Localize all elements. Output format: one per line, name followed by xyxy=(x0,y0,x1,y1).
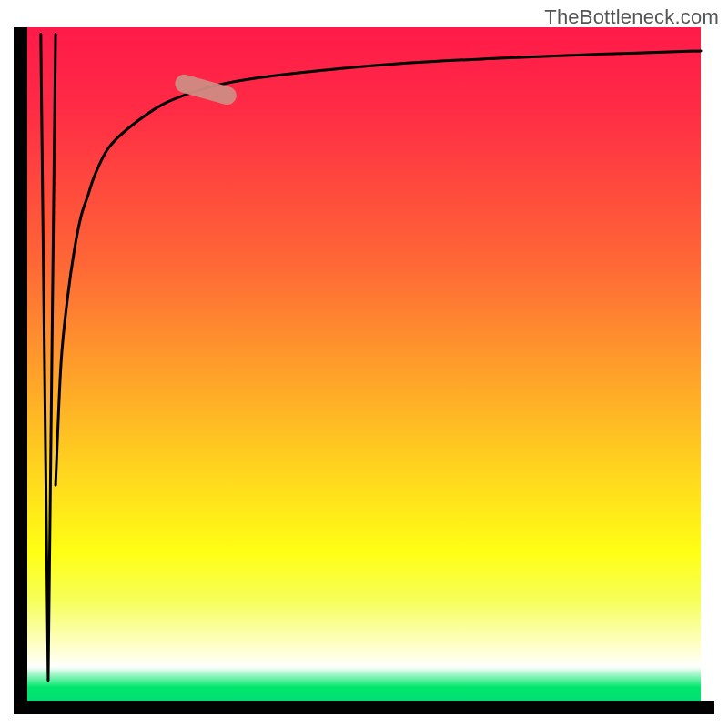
watermark-label: TheBottleneck.com xyxy=(544,5,719,29)
plot-gradient-background xyxy=(27,27,701,701)
chart-container: TheBottleneck.com xyxy=(0,0,728,728)
y-axis xyxy=(14,27,27,714)
x-axis xyxy=(14,701,714,714)
